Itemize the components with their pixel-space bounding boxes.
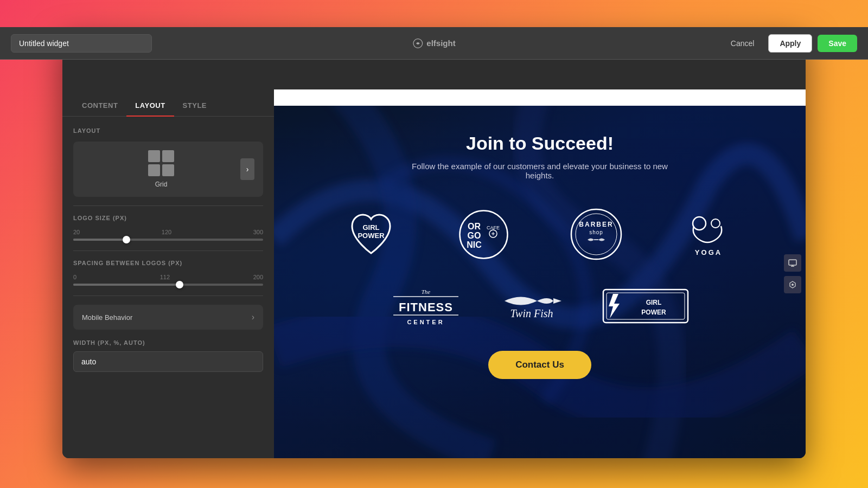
logo-twin-fish: Twin Fish [494,287,570,325]
settings-view-button[interactable] [784,276,801,293]
preview-title: Join to Succeed! [466,133,614,154]
organic-cafe-svg: OR CAFE GO NIC [458,209,509,260]
mobile-behavior-row[interactable]: Mobile Behavior › [73,305,263,330]
grid-cell [162,150,174,162]
svg-text:shop: shop [589,229,603,235]
tab-content[interactable]: CONTENT [73,95,126,116]
monitor-icon [788,259,797,267]
sidebar-content: LAYOUT Grid › LOGO SI [62,117,274,458]
layout-option-name: Grid [155,181,168,188]
preview-sidebar-icons [784,254,801,293]
divider [73,206,263,206]
sidebar: CONTENT LAYOUT STYLE LAYOUT Grid [62,57,274,458]
svg-text:Twin Fish: Twin Fish [510,307,553,319]
preview-panel: Join to Succeed! Follow the example of o… [274,57,806,458]
grid-cell [162,164,174,176]
spacing-max: 200 [253,274,263,280]
twin-fish-svg: Twin Fish [494,287,570,325]
grid-cell [148,164,160,176]
app-window: elfsight Cancel Apply Save CONTENT LAYOU… [62,30,806,458]
logos-grid-row1: GIRL POWER OR CAFE GO [323,207,757,261]
fitness-center-svg: The FITNESS CENTER [391,283,461,329]
mobile-behavior-label: Mobile Behavior [82,313,132,322]
logo-size-label: LOGO SIZE (PX) [73,215,263,221]
divider-2 [73,251,263,251]
svg-text:FITNESS: FITNESS [399,300,453,314]
logo-size-max: 300 [253,229,263,235]
desktop-view-button[interactable] [784,254,801,272]
svg-text:GIRL: GIRL [362,223,379,232]
spacing-fill [73,284,180,286]
white-bar [274,89,806,106]
main-area: elfsight Cancel Apply Save CONTENT LAYOU… [62,57,806,458]
preview-subtitle: Follow the example of our customers and … [399,162,681,180]
layout-selector: Grid › [73,142,263,197]
grid-icon [148,150,174,176]
paint-icon [788,280,797,289]
logo-organic-cafe: OR CAFE GO NIC [436,207,532,261]
logo-size-range: 20 120 300 [73,229,263,235]
mobile-chevron-icon: › [252,312,254,322]
contact-button[interactable]: Contact Us [488,351,591,379]
logo-size-section: LOGO SIZE (PX) 20 120 300 [73,215,263,241]
yoga-svg: YOGA [680,207,737,261]
svg-point-16 [711,219,720,228]
svg-text:BARBER: BARBER [579,221,613,228]
preview-background: Join to Succeed! Follow the example of o… [274,89,806,458]
spacing-min: 0 [73,274,76,280]
logo-barber-shop: BARBER shop [548,207,644,261]
layout-section-label: LAYOUT [73,127,263,134]
svg-rect-28 [789,260,796,265]
logo-girl-power-badge: GIRL POWER [602,288,689,324]
spacing-track[interactable] [73,284,263,286]
svg-text:NIC: NIC [467,240,482,249]
logo-size-min: 20 [73,229,80,235]
logo-girl-power-heart: GIRL POWER [323,207,419,261]
tabs-bar: CONTENT LAYOUT STYLE [62,95,274,117]
logo-size-fill [73,239,126,241]
svg-text:YOGA: YOGA [695,248,722,256]
svg-rect-21 [393,314,458,316]
svg-text:CENTER: CENTER [407,319,444,325]
svg-text:GIRL: GIRL [646,299,662,306]
logo-fitness-center: The FITNESS CENTER [391,283,461,329]
layout-option-grid[interactable]: Grid [82,150,240,188]
toolbar: elfsight Cancel Apply Save [62,57,806,60]
svg-text:POWER: POWER [358,232,385,240]
logos-row2: The FITNESS CENTER [391,283,689,329]
logo-size-current: 120 [162,229,171,235]
spacing-thumb[interactable] [176,281,183,288]
tab-layout[interactable]: LAYOUT [126,95,174,116]
logo-size-thumb[interactable] [123,236,130,243]
preview-content: Join to Succeed! Follow the example of o… [274,106,806,458]
spacing-label: SPACING BETWEEN LOGOS (PX) [73,260,263,266]
svg-text:GO: GO [467,231,481,240]
divider-3 [73,296,263,296]
girl-power-badge-svg: GIRL POWER [602,288,689,324]
girl-power-heart-svg: GIRL POWER [344,207,398,261]
spacing-section: SPACING BETWEEN LOGOS (PX) 0 112 200 [73,260,263,286]
layout-next-button[interactable]: › [240,158,254,180]
svg-text:The: The [422,288,431,295]
spacing-range: 0 112 200 [73,274,263,280]
barber-shop-svg: BARBER shop [569,207,623,261]
svg-text:OR: OR [468,222,481,231]
svg-text:POWER: POWER [641,309,666,316]
grid-cell [148,150,160,162]
svg-point-31 [792,284,794,286]
spacing-current: 112 [160,274,170,280]
width-label: WIDTH (PX, %, AUTO) [73,339,263,346]
width-input[interactable] [73,351,263,372]
svg-point-15 [693,217,706,230]
logo-size-track[interactable] [73,239,263,241]
svg-rect-19 [393,296,458,297]
tab-style[interactable]: STYLE [174,95,215,116]
logo-yoga: YOGA [661,207,757,261]
